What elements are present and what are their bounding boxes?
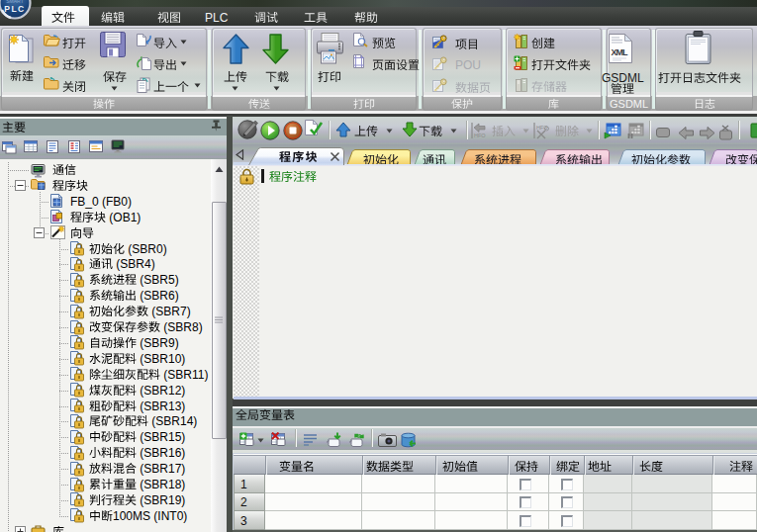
svg-text:(SBR16): (SBR16) xyxy=(137,446,185,460)
svg-text:HFO: HFO xyxy=(474,133,486,138)
svg-text:GSDML: GSDML xyxy=(610,98,648,110)
svg-text:(SBR15): (SBR15) xyxy=(137,430,185,444)
svg-text:(SBR6): (SBR6) xyxy=(137,289,179,303)
svg-text:(SBR5): (SBR5) xyxy=(137,273,179,287)
svg-text:(SBR12): (SBR12) xyxy=(137,384,185,398)
svg-text:FB_0 (FB0): FB_0 (FB0) xyxy=(70,195,132,209)
svg-text:SMART: SMART xyxy=(6,0,23,4)
svg-text:(SBR10): (SBR10) xyxy=(137,352,185,366)
svg-text:(SBR8): (SBR8) xyxy=(160,320,203,334)
svg-text:(SBR0): (SBR0) xyxy=(125,242,167,256)
svg-text:PLC: PLC xyxy=(4,4,26,14)
svg-text:(SBR4): (SBR4) xyxy=(113,257,155,271)
svg-text:XML: XML xyxy=(612,47,629,57)
svg-text:(SBR9): (SBR9) xyxy=(137,336,179,350)
svg-text:(SBR7): (SBR7) xyxy=(148,305,191,318)
svg-text:(SBR18): (SBR18) xyxy=(137,478,185,491)
svg-text:(OB1): (OB1) xyxy=(106,211,141,224)
svg-text:100MS (INT0): 100MS (INT0) xyxy=(113,509,187,523)
svg-text:(SBR13): (SBR13) xyxy=(137,399,185,413)
svg-text:(SBR19): (SBR19) xyxy=(137,493,185,507)
svg-text:(SBR14): (SBR14) xyxy=(148,414,197,428)
svg-text:HFO: HFO xyxy=(536,125,548,131)
svg-text:(SBR11): (SBR11) xyxy=(160,368,208,382)
svg-text:(SBR17): (SBR17) xyxy=(137,462,185,476)
